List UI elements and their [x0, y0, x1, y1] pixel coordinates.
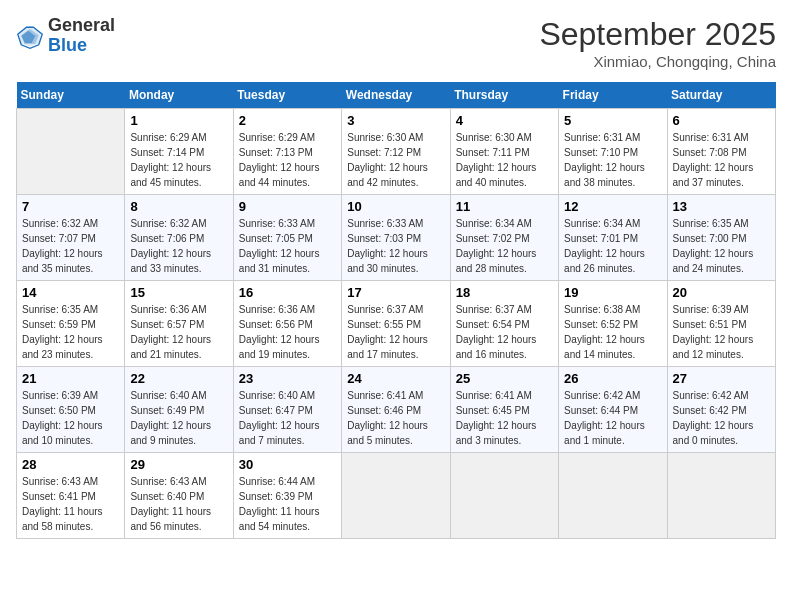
day-info: Sunrise: 6:36 AM Sunset: 6:57 PM Dayligh… — [130, 302, 227, 362]
day-number: 26 — [564, 371, 661, 386]
day-number: 10 — [347, 199, 444, 214]
week-row-4: 21Sunrise: 6:39 AM Sunset: 6:50 PM Dayli… — [17, 367, 776, 453]
day-info: Sunrise: 6:40 AM Sunset: 6:47 PM Dayligh… — [239, 388, 336, 448]
calendar-cell: 17Sunrise: 6:37 AM Sunset: 6:55 PM Dayli… — [342, 281, 450, 367]
day-number: 22 — [130, 371, 227, 386]
day-info: Sunrise: 6:43 AM Sunset: 6:41 PM Dayligh… — [22, 474, 119, 534]
weekday-header-friday: Friday — [559, 82, 667, 109]
day-info: Sunrise: 6:33 AM Sunset: 7:05 PM Dayligh… — [239, 216, 336, 276]
month-title: September 2025 — [539, 16, 776, 53]
day-number: 8 — [130, 199, 227, 214]
calendar-cell: 24Sunrise: 6:41 AM Sunset: 6:46 PM Dayli… — [342, 367, 450, 453]
day-number: 14 — [22, 285, 119, 300]
day-number: 12 — [564, 199, 661, 214]
day-number: 6 — [673, 113, 770, 128]
calendar-cell — [667, 453, 775, 539]
day-number: 30 — [239, 457, 336, 472]
title-block: September 2025 Xinmiao, Chongqing, China — [539, 16, 776, 70]
day-number: 1 — [130, 113, 227, 128]
day-number: 3 — [347, 113, 444, 128]
day-number: 27 — [673, 371, 770, 386]
day-number: 24 — [347, 371, 444, 386]
day-number: 17 — [347, 285, 444, 300]
day-number: 21 — [22, 371, 119, 386]
day-number: 28 — [22, 457, 119, 472]
day-number: 11 — [456, 199, 553, 214]
day-info: Sunrise: 6:35 AM Sunset: 6:59 PM Dayligh… — [22, 302, 119, 362]
calendar-cell: 4Sunrise: 6:30 AM Sunset: 7:11 PM Daylig… — [450, 109, 558, 195]
day-number: 25 — [456, 371, 553, 386]
calendar-cell: 21Sunrise: 6:39 AM Sunset: 6:50 PM Dayli… — [17, 367, 125, 453]
weekday-header-saturday: Saturday — [667, 82, 775, 109]
day-info: Sunrise: 6:37 AM Sunset: 6:54 PM Dayligh… — [456, 302, 553, 362]
calendar-cell — [559, 453, 667, 539]
calendar-cell: 25Sunrise: 6:41 AM Sunset: 6:45 PM Dayli… — [450, 367, 558, 453]
day-info: Sunrise: 6:36 AM Sunset: 6:56 PM Dayligh… — [239, 302, 336, 362]
day-number: 18 — [456, 285, 553, 300]
calendar-cell: 15Sunrise: 6:36 AM Sunset: 6:57 PM Dayli… — [125, 281, 233, 367]
week-row-2: 7Sunrise: 6:32 AM Sunset: 7:07 PM Daylig… — [17, 195, 776, 281]
week-row-1: 1Sunrise: 6:29 AM Sunset: 7:14 PM Daylig… — [17, 109, 776, 195]
week-row-5: 28Sunrise: 6:43 AM Sunset: 6:41 PM Dayli… — [17, 453, 776, 539]
day-info: Sunrise: 6:34 AM Sunset: 7:01 PM Dayligh… — [564, 216, 661, 276]
day-info: Sunrise: 6:41 AM Sunset: 6:45 PM Dayligh… — [456, 388, 553, 448]
day-info: Sunrise: 6:32 AM Sunset: 7:07 PM Dayligh… — [22, 216, 119, 276]
calendar-cell: 12Sunrise: 6:34 AM Sunset: 7:01 PM Dayli… — [559, 195, 667, 281]
day-info: Sunrise: 6:35 AM Sunset: 7:00 PM Dayligh… — [673, 216, 770, 276]
day-info: Sunrise: 6:30 AM Sunset: 7:11 PM Dayligh… — [456, 130, 553, 190]
location-subtitle: Xinmiao, Chongqing, China — [539, 53, 776, 70]
calendar-cell: 18Sunrise: 6:37 AM Sunset: 6:54 PM Dayli… — [450, 281, 558, 367]
calendar-cell: 20Sunrise: 6:39 AM Sunset: 6:51 PM Dayli… — [667, 281, 775, 367]
calendar-cell: 5Sunrise: 6:31 AM Sunset: 7:10 PM Daylig… — [559, 109, 667, 195]
day-number: 23 — [239, 371, 336, 386]
weekday-header-monday: Monday — [125, 82, 233, 109]
day-info: Sunrise: 6:41 AM Sunset: 6:46 PM Dayligh… — [347, 388, 444, 448]
day-info: Sunrise: 6:44 AM Sunset: 6:39 PM Dayligh… — [239, 474, 336, 534]
day-info: Sunrise: 6:29 AM Sunset: 7:14 PM Dayligh… — [130, 130, 227, 190]
day-info: Sunrise: 6:30 AM Sunset: 7:12 PM Dayligh… — [347, 130, 444, 190]
calendar-cell: 23Sunrise: 6:40 AM Sunset: 6:47 PM Dayli… — [233, 367, 341, 453]
calendar-cell: 16Sunrise: 6:36 AM Sunset: 6:56 PM Dayli… — [233, 281, 341, 367]
weekday-header-row: SundayMondayTuesdayWednesdayThursdayFrid… — [17, 82, 776, 109]
calendar-cell: 3Sunrise: 6:30 AM Sunset: 7:12 PM Daylig… — [342, 109, 450, 195]
day-number: 20 — [673, 285, 770, 300]
calendar-cell: 13Sunrise: 6:35 AM Sunset: 7:00 PM Dayli… — [667, 195, 775, 281]
calendar-cell: 9Sunrise: 6:33 AM Sunset: 7:05 PM Daylig… — [233, 195, 341, 281]
day-info: Sunrise: 6:39 AM Sunset: 6:51 PM Dayligh… — [673, 302, 770, 362]
calendar-cell: 29Sunrise: 6:43 AM Sunset: 6:40 PM Dayli… — [125, 453, 233, 539]
calendar-cell: 1Sunrise: 6:29 AM Sunset: 7:14 PM Daylig… — [125, 109, 233, 195]
calendar-cell: 27Sunrise: 6:42 AM Sunset: 6:42 PM Dayli… — [667, 367, 775, 453]
day-number: 15 — [130, 285, 227, 300]
calendar-cell: 22Sunrise: 6:40 AM Sunset: 6:49 PM Dayli… — [125, 367, 233, 453]
day-number: 16 — [239, 285, 336, 300]
day-info: Sunrise: 6:31 AM Sunset: 7:08 PM Dayligh… — [673, 130, 770, 190]
calendar-cell: 10Sunrise: 6:33 AM Sunset: 7:03 PM Dayli… — [342, 195, 450, 281]
day-info: Sunrise: 6:39 AM Sunset: 6:50 PM Dayligh… — [22, 388, 119, 448]
page-header: General Blue September 2025 Xinmiao, Cho… — [16, 16, 776, 70]
calendar-cell: 30Sunrise: 6:44 AM Sunset: 6:39 PM Dayli… — [233, 453, 341, 539]
day-number: 7 — [22, 199, 119, 214]
calendar-cell — [17, 109, 125, 195]
day-info: Sunrise: 6:40 AM Sunset: 6:49 PM Dayligh… — [130, 388, 227, 448]
day-number: 19 — [564, 285, 661, 300]
day-info: Sunrise: 6:42 AM Sunset: 6:42 PM Dayligh… — [673, 388, 770, 448]
day-info: Sunrise: 6:42 AM Sunset: 6:44 PM Dayligh… — [564, 388, 661, 448]
calendar-cell: 11Sunrise: 6:34 AM Sunset: 7:02 PM Dayli… — [450, 195, 558, 281]
day-info: Sunrise: 6:38 AM Sunset: 6:52 PM Dayligh… — [564, 302, 661, 362]
calendar-cell: 6Sunrise: 6:31 AM Sunset: 7:08 PM Daylig… — [667, 109, 775, 195]
day-number: 9 — [239, 199, 336, 214]
weekday-header-wednesday: Wednesday — [342, 82, 450, 109]
logo: General Blue — [16, 16, 115, 56]
calendar-table: SundayMondayTuesdayWednesdayThursdayFrid… — [16, 82, 776, 539]
calendar-cell — [342, 453, 450, 539]
calendar-cell: 19Sunrise: 6:38 AM Sunset: 6:52 PM Dayli… — [559, 281, 667, 367]
weekday-header-tuesday: Tuesday — [233, 82, 341, 109]
week-row-3: 14Sunrise: 6:35 AM Sunset: 6:59 PM Dayli… — [17, 281, 776, 367]
calendar-cell: 26Sunrise: 6:42 AM Sunset: 6:44 PM Dayli… — [559, 367, 667, 453]
day-number: 13 — [673, 199, 770, 214]
day-info: Sunrise: 6:37 AM Sunset: 6:55 PM Dayligh… — [347, 302, 444, 362]
calendar-cell: 8Sunrise: 6:32 AM Sunset: 7:06 PM Daylig… — [125, 195, 233, 281]
calendar-cell: 14Sunrise: 6:35 AM Sunset: 6:59 PM Dayli… — [17, 281, 125, 367]
calendar-cell — [450, 453, 558, 539]
weekday-header-sunday: Sunday — [17, 82, 125, 109]
